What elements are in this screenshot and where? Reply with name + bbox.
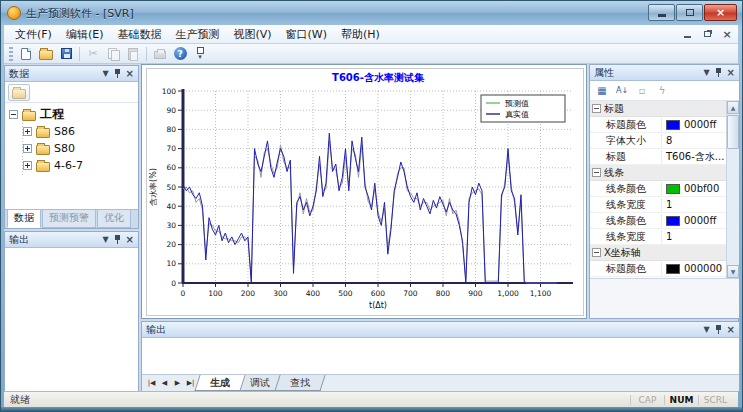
events-button[interactable]: ϟ: [653, 83, 671, 99]
print-button[interactable]: [150, 45, 170, 63]
property-row[interactable]: 线条颜色 00bf00: [590, 181, 726, 197]
property-row[interactable]: 字体大小 8: [590, 133, 726, 149]
pin-icon[interactable]: [114, 69, 121, 79]
property-row[interactable]: 标题颜色 0000ff: [590, 117, 726, 133]
mdi-minimize-button[interactable]: [680, 28, 694, 40]
lightning-icon: ϟ: [659, 85, 666, 96]
property-group-xaxis[interactable]: X坐标轴: [590, 245, 726, 261]
tab-find[interactable]: 查找: [274, 375, 325, 391]
new-file-icon: [21, 48, 31, 60]
alphabetical-sort-button[interactable]: A↓: [613, 83, 631, 99]
collapse-icon[interactable]: [592, 104, 601, 113]
title-bar[interactable]: 生产预测软件 - [SVR] ×: [1, 1, 742, 25]
pin-icon[interactable]: [114, 235, 121, 245]
tree-node-project[interactable]: 工程: [9, 106, 138, 123]
menu-production-forecast[interactable]: 生产预测: [168, 25, 226, 44]
property-label: 字体大小: [590, 278, 662, 279]
next-tab-icon[interactable]: ▶: [171, 379, 184, 387]
tree-node-s80[interactable]: S80: [9, 140, 138, 157]
help-button[interactable]: ?: [170, 45, 190, 63]
properties-header[interactable]: 属性 ▼ ×: [590, 65, 739, 81]
tree-node-s86[interactable]: S86: [9, 123, 138, 140]
close-icon[interactable]: ×: [727, 68, 735, 78]
toolbar-options-button[interactable]: ▾: [190, 45, 210, 63]
menu-bar: 文件(F) 编辑(E) 基础数据 生产预测 视图(V) 窗口(W) 帮助(H) …: [4, 25, 738, 44]
first-tab-icon[interactable]: |◀: [145, 379, 158, 387]
main-toolbar: ✂ ? ▾: [4, 44, 738, 64]
output-bottom-header[interactable]: 输出 ▼ ×: [142, 322, 739, 338]
tree-node-label: S80: [54, 142, 75, 155]
property-label: 线条宽度: [590, 198, 662, 212]
chevron-down-icon[interactable]: ▼: [703, 326, 709, 334]
data-panel-header[interactable]: 数据 ▼ ×: [5, 66, 138, 82]
property-group-title[interactable]: 标题: [590, 101, 726, 117]
menu-view[interactable]: 视图(V): [226, 25, 278, 44]
pin-icon[interactable]: [715, 68, 722, 78]
scrollbar-thumb[interactable]: [727, 115, 739, 149]
tab-forecast-warning[interactable]: 预测预警: [42, 210, 96, 228]
property-value: 000000: [684, 263, 722, 274]
mdi-close-button[interactable]: ×: [720, 28, 734, 40]
minimize-button[interactable]: [648, 4, 675, 21]
collapse-icon[interactable]: [592, 248, 601, 257]
menu-edit[interactable]: 编辑(E): [59, 25, 111, 44]
property-pages-button[interactable]: ▫: [633, 83, 651, 99]
property-label: 标题颜色: [590, 118, 662, 132]
property-row[interactable]: 线条宽度 1: [590, 229, 726, 245]
tab-generate[interactable]: 生成: [194, 375, 245, 391]
property-value: 0000ff: [684, 119, 716, 130]
close-icon: ×: [716, 7, 725, 18]
close-icon[interactable]: ×: [126, 235, 134, 245]
cut-button[interactable]: ✂: [83, 45, 103, 63]
tree-node-4-6-7[interactable]: 4-6-7: [9, 157, 138, 174]
tab-optimize[interactable]: 优化: [97, 210, 131, 228]
close-button[interactable]: ×: [704, 4, 737, 21]
tree-folder-button[interactable]: [8, 84, 30, 101]
close-icon[interactable]: ×: [727, 325, 735, 335]
menu-help[interactable]: 帮助(H): [334, 25, 387, 44]
scroll-up-icon[interactable]: ▲: [727, 101, 739, 114]
tree-node-label: S86: [54, 125, 75, 138]
property-row[interactable]: 线条宽度 1: [590, 197, 726, 213]
save-button[interactable]: [56, 45, 76, 63]
svg-text:900: 900: [468, 289, 483, 298]
categorized-view-button[interactable]: ▦: [593, 83, 611, 99]
scroll-down-icon[interactable]: ▼: [727, 265, 739, 278]
new-file-button[interactable]: [16, 45, 36, 63]
color-swatch: [666, 184, 680, 194]
properties-toolbar: ▦ A↓ ▫ ϟ: [590, 81, 739, 101]
expand-icon[interactable]: [23, 144, 32, 153]
app-window: 生产预测软件 - [SVR] × 文件(F) 编辑(E) 基础数据 生产预测 视…: [0, 0, 743, 412]
property-row[interactable]: 标题 T606-含水...: [590, 149, 726, 165]
property-grid: 标题 标题颜色 0000ff 字体大小 8 标题 T606-含水...: [590, 101, 739, 278]
tree-toolbar: [5, 82, 138, 103]
property-row[interactable]: 线条颜色 0000ff: [590, 213, 726, 229]
menu-window[interactable]: 窗口(W): [279, 25, 334, 44]
expand-icon[interactable]: [23, 161, 32, 170]
pin-icon[interactable]: [715, 325, 722, 335]
close-icon[interactable]: ×: [126, 69, 134, 79]
expand-icon[interactable]: [23, 127, 32, 136]
property-group-lines[interactable]: 线条: [590, 165, 726, 181]
copy-button[interactable]: [103, 45, 123, 63]
property-row[interactable]: 标题颜色 000000: [590, 261, 726, 277]
scroll-lock-indicator: SCRL: [698, 395, 732, 405]
collapse-icon[interactable]: [9, 110, 18, 119]
svg-text:600: 600: [371, 289, 386, 298]
menu-file[interactable]: 文件(F): [8, 25, 59, 44]
maximize-button[interactable]: [676, 4, 703, 21]
property-row[interactable]: 字体大小 8: [590, 277, 726, 278]
mdi-restore-button[interactable]: [700, 28, 714, 40]
output-left-header[interactable]: 输出 ▼ ×: [5, 232, 138, 248]
chevron-down-icon[interactable]: ▼: [102, 236, 108, 244]
collapse-icon[interactable]: [592, 168, 601, 177]
tab-data[interactable]: 数据: [7, 210, 41, 228]
svg-text:20: 20: [166, 240, 176, 249]
chevron-down-icon[interactable]: ▼: [102, 70, 108, 78]
menu-basic-data[interactable]: 基础数据: [110, 25, 168, 44]
paste-button[interactable]: [123, 45, 143, 63]
chevron-down-icon[interactable]: ▼: [703, 69, 709, 77]
prev-tab-icon[interactable]: ◀: [158, 379, 171, 387]
open-button[interactable]: [36, 45, 56, 63]
property-grid-scrollbar[interactable]: ▲ ▼: [726, 101, 739, 278]
